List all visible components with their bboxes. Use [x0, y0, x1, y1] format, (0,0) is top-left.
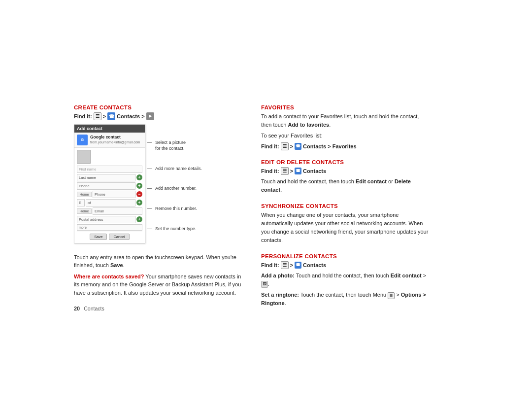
- edit-delete-find-it: Find it: ☰ > ☎ Contacts: [261, 167, 429, 175]
- email-field-small[interactable]: E: [77, 199, 85, 206]
- right-column: FAVORITES To add a contact to your Favor…: [261, 104, 429, 317]
- add-photo-label: Add a photo:: [261, 273, 295, 278]
- synchronize-section: SYNCHRONIZE CONTACTS When you change one…: [261, 203, 429, 244]
- personalize-find-it: Find it: ☰ > ☎ Contacts: [261, 261, 429, 269]
- email-row: E of +: [77, 199, 142, 206]
- contacts-label-per: Contacts: [303, 262, 326, 268]
- more-options-field[interactable]: more: [77, 224, 142, 231]
- create-contacts-section: CREATE CONTACTS Find it: ☰ > ☎ Contacts …: [74, 104, 241, 297]
- section-label: Contacts: [84, 306, 104, 311]
- phone-header: Add contact: [74, 125, 145, 133]
- email-field[interactable]: of: [86, 199, 135, 206]
- left-column: CREATE CONTACTS Find it: ☰ > ☎ Contacts …: [74, 104, 241, 317]
- phone-number-field[interactable]: Phone: [93, 191, 135, 198]
- contacts-icon-per: ☎: [295, 262, 301, 269]
- phone-bottom-buttons: Save Cancel: [77, 232, 142, 241]
- page-container: CREATE CONTACTS Find it: ☰ > ☎ Contacts …: [0, 0, 532, 411]
- save-bold: Save: [110, 262, 123, 268]
- menu-icon-per: ☰: [281, 261, 289, 269]
- google-contact-row: G Google contact from.yourname+info@gmai…: [74, 133, 145, 148]
- edit-contact-bold2: Edit contact: [391, 273, 422, 278]
- remove-phone-btn[interactable]: −: [136, 191, 142, 197]
- email-home-row: Home Email: [77, 207, 142, 215]
- personalize-set-ringtone: Set a ringtone: Touch the contact, then …: [261, 291, 429, 308]
- body-text-save: Touch any entry area to open the touchsc…: [74, 253, 241, 270]
- add-email-btn[interactable]: +: [136, 200, 142, 206]
- personalize-section: PERSONALIZE CONTACTS Find it: ☰ > ☎ Cont…: [261, 253, 429, 308]
- callout-photo: Select a picturefor the contact.: [151, 140, 202, 151]
- phone-home-row: Home Phone −: [77, 191, 142, 198]
- phone-field[interactable]: Phone: [77, 182, 135, 190]
- menu-icon: ☰: [94, 112, 101, 120]
- contacts-icon: ☎: [107, 112, 115, 120]
- google-icon: G: [77, 135, 88, 145]
- phone-mockup-wrapper: Add contact G Google contact from.yourna…: [74, 124, 241, 248]
- postal-field[interactable]: Postal address: [77, 216, 135, 223]
- last-name-field[interactable]: Last name: [77, 174, 135, 181]
- callout-add-number: Add another number.: [151, 186, 202, 192]
- first-name-field[interactable]: First name: [77, 166, 142, 173]
- favorites-body1: To add a contact to your Favorites list,…: [261, 112, 429, 129]
- arrow-icon: ▶: [146, 112, 154, 120]
- photo-row: [77, 150, 142, 164]
- favorites-body2: To see your Favorites list:: [261, 132, 429, 140]
- cancel-btn[interactable]: Cancel: [109, 234, 129, 240]
- find-it-label-fav: Find it:: [261, 143, 279, 149]
- postal-row: Postal address +: [77, 216, 142, 223]
- phone-body: First name Last name + Phone +: [74, 148, 145, 243]
- page-footer: 20 Contacts: [74, 306, 241, 311]
- phone-mockup: Add contact G Google contact from.yourna…: [74, 124, 145, 243]
- callout-number-type: Set the number type.: [151, 226, 202, 232]
- set-ringtone-label: Set a ringtone:: [261, 292, 299, 298]
- arrow-per: >: [290, 262, 293, 268]
- personalize-title: PERSONALIZE CONTACTS: [261, 253, 429, 259]
- email-label-dropdown[interactable]: Home: [77, 208, 92, 214]
- first-name-label: First name: [79, 167, 96, 171]
- synchronize-body: When you change one of your contacts, yo…: [261, 211, 429, 244]
- contacts-label: Contacts: [117, 113, 140, 119]
- body-text-where: Where are contacts saved? Your smartphon…: [74, 273, 241, 297]
- synchronize-title: SYNCHRONIZE CONTACTS: [261, 203, 429, 209]
- delete-contact-bold: Delete contact: [261, 178, 411, 193]
- personalize-add-photo: Add a photo: Touch and hold the contact,…: [261, 272, 429, 288]
- arrow-separator2: >: [141, 113, 144, 119]
- arrow-ed: >: [290, 168, 293, 174]
- favorites-find-it: Find it: ☰ > ☎ Contacts > Favorites: [261, 142, 429, 150]
- edit-delete-body: Touch and hold the contact, then touch E…: [261, 177, 429, 194]
- google-contact-info: Google contact from.yourname+info@gmail.…: [90, 135, 140, 144]
- contacts-icon-fav: ☎: [295, 143, 301, 150]
- contacts-favorites-text: Contacts > Favorites: [303, 143, 357, 149]
- callouts: Select a picturefor the contact. Add mor…: [151, 124, 202, 248]
- find-it-label-ed: Find it:: [261, 168, 279, 174]
- content-area: CREATE CONTACTS Find it: ☰ > ☎ Contacts …: [74, 95, 458, 317]
- callout-remove-number: Remove this number.: [151, 206, 202, 212]
- phone-label-dropdown[interactable]: Home: [77, 192, 92, 197]
- contact-photo: [77, 150, 91, 164]
- create-contacts-find-it: Find it: ☰ > ☎ Contacts > ▶: [74, 112, 241, 120]
- contacts-label-ed: Contacts: [303, 168, 326, 174]
- menu-icon-ringtone: ☰: [388, 292, 395, 299]
- page-number: 20: [74, 306, 80, 311]
- edit-delete-section: EDIT OR DELETE CONTACTS Find it: ☰ > ☎ C…: [261, 159, 429, 194]
- add-to-favorites-bold: Add to favorites: [288, 122, 329, 128]
- menu-icon-fav: ☰: [281, 142, 289, 150]
- favorites-title: FAVORITES: [261, 104, 429, 110]
- add-phone-btn[interactable]: +: [136, 183, 142, 189]
- add-name-btn[interactable]: +: [136, 174, 142, 180]
- menu-icon-ed: ☰: [281, 167, 289, 175]
- last-name-row: Last name +: [77, 174, 142, 181]
- callout-name: Add more name details.: [151, 166, 202, 172]
- favorites-section: FAVORITES To add a contact to your Favor…: [261, 104, 429, 150]
- phone-row: Phone +: [77, 182, 142, 190]
- google-contact-name: Google contact: [90, 135, 140, 140]
- arrow-fav: >: [290, 143, 293, 149]
- google-contact-email: from.yourname+info@gmail.com: [90, 140, 140, 144]
- edit-delete-title: EDIT OR DELETE CONTACTS: [261, 159, 429, 165]
- add-postal-btn[interactable]: +: [136, 216, 142, 222]
- save-btn[interactable]: Save: [90, 234, 107, 240]
- find-it-label: Find it:: [74, 113, 92, 119]
- photo-icon: 🖼: [261, 281, 268, 288]
- edit-contact-bold: Edit contact: [356, 178, 387, 184]
- find-it-label-per: Find it:: [261, 262, 279, 268]
- email-input-field[interactable]: Email: [93, 207, 142, 215]
